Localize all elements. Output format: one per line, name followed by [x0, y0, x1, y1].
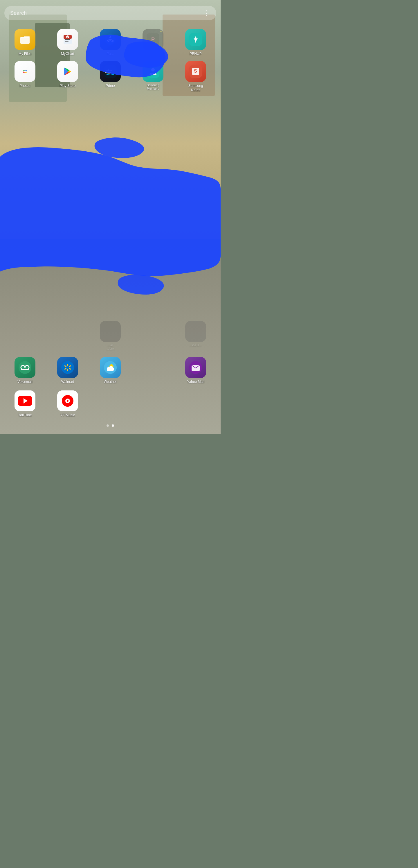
search-placeholder: Search	[10, 10, 27, 16]
prime-video-icon: prime video	[100, 61, 121, 82]
play-store-label: Play Store	[60, 84, 75, 88]
svg-rect-23	[61, 361, 74, 374]
app-samsung-members[interactable]: SamsungMembers	[132, 60, 173, 94]
samsung-notes-label: Samsung Notes	[184, 84, 207, 92]
app-youtube[interactable]: YouTube	[4, 389, 45, 418]
app-prime-video[interactable]: prime video Prime	[90, 60, 131, 94]
svg-point-21	[22, 367, 24, 368]
page-indicators	[4, 425, 216, 430]
app-yt-music[interactable]: YT Music	[47, 389, 88, 418]
photos-icon	[14, 61, 35, 82]
svg-text:S: S	[194, 68, 197, 73]
page-dot-1[interactable]	[106, 425, 109, 427]
app-yahoo-mail[interactable]: Yahoo Mail	[175, 355, 216, 385]
rica-icon	[185, 321, 206, 342]
app-penup[interactable]: PENUP	[175, 28, 216, 57]
svg-point-27	[67, 369, 68, 371]
app-row-6: YouTube YT Music	[4, 389, 216, 418]
youtube-icon	[14, 391, 35, 411]
svg-point-22	[26, 367, 28, 368]
app-cal-unblock[interactable]: ...al...lock	[90, 319, 131, 352]
svg-point-7	[24, 70, 26, 73]
voicemail-icon	[14, 357, 35, 378]
yt-music-icon	[57, 391, 78, 411]
app-play-store[interactable]: Play Store	[47, 60, 88, 94]
app-rica[interactable]: ...ica U...	[175, 319, 216, 352]
app-photos[interactable]: Photos	[4, 60, 45, 94]
photos-label: Photos	[20, 84, 30, 88]
youtube-label: YouTube	[18, 413, 32, 417]
paramount-label: Pa...	[107, 52, 114, 56]
app-row-2: Photos Play S	[4, 60, 216, 94]
weather-label: Weather	[104, 380, 117, 384]
prime-video-label: Prime	[106, 84, 115, 88]
samsung-notes-icon: S	[185, 61, 206, 82]
voicemail-label: Voicemail	[18, 380, 32, 384]
play-store-icon	[57, 61, 78, 82]
cal-unblock-icon	[100, 321, 121, 342]
menu-dots[interactable]: ⋮	[203, 9, 211, 17]
app-row-1: My Files MyChart	[4, 28, 216, 57]
app-row-5: Voicemail	[4, 355, 216, 385]
my-files-icon	[14, 29, 35, 50]
obscured-icon	[142, 357, 163, 378]
weather-icon	[100, 357, 121, 378]
my-files-label: My Files	[19, 52, 32, 56]
app-picsart[interactable]: P •••	[132, 28, 173, 57]
svg-text:prime: prime	[106, 69, 112, 71]
samsung-members-label: SamsungMembers	[147, 84, 159, 91]
app-samsung-notes[interactable]: S Samsung Notes	[175, 60, 216, 94]
svg-text:video: video	[105, 71, 111, 74]
penup-label: PENUP	[190, 52, 201, 56]
rica-label: ...ica U...	[190, 344, 201, 347]
walmart-icon	[57, 357, 78, 378]
picsart-icon: P •••	[142, 29, 163, 50]
mychart-icon	[57, 29, 78, 50]
svg-point-24	[67, 364, 68, 366]
yt-music-label: YT Music	[60, 413, 75, 417]
page-dot-2[interactable]	[112, 425, 114, 427]
mychart-label: MyChart	[61, 52, 74, 56]
samsung-members-icon	[142, 61, 163, 82]
walmart-label: Walmart	[61, 380, 74, 384]
svg-rect-35	[107, 369, 114, 371]
search-bar[interactable]: Search ⋮	[4, 6, 216, 20]
penup-icon	[185, 29, 206, 50]
app-walmart[interactable]: Walmart	[47, 355, 88, 385]
cal-unblock-label: ...al...lock	[106, 344, 114, 351]
svg-rect-20	[21, 369, 29, 370]
svg-point-12	[151, 68, 155, 71]
app-row-partial: ...al...lock ...ica U...	[4, 319, 216, 352]
app-paramount[interactable]: Pa...	[90, 28, 131, 57]
yahoo-mail-label: Yahoo Mail	[187, 380, 204, 384]
app-mychart[interactable]: MyChart	[47, 28, 88, 57]
app-weather[interactable]: Weather	[90, 355, 131, 385]
app-my-files[interactable]: My Files	[4, 28, 45, 57]
yahoo-mail-icon	[185, 357, 206, 378]
svg-point-40	[67, 400, 68, 402]
paramount-icon	[100, 29, 121, 50]
app-voicemail[interactable]: Voicemail	[4, 355, 45, 385]
